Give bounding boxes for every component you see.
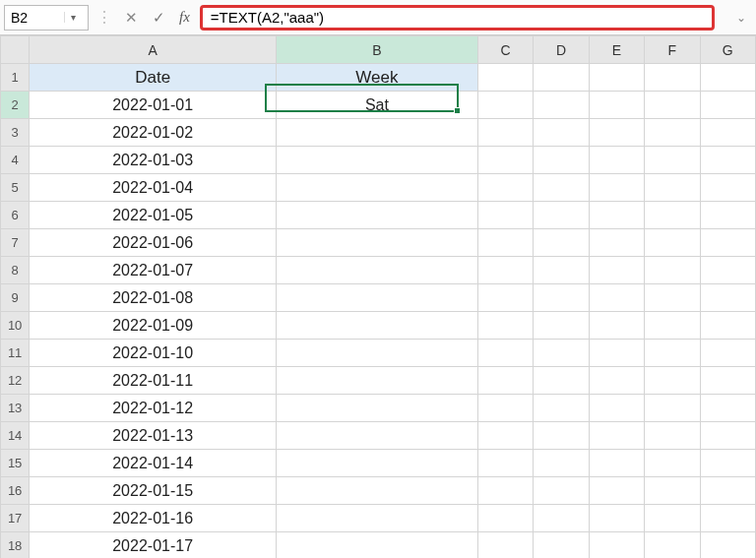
cell[interactable] — [589, 477, 644, 505]
row-header[interactable]: 5 — [1, 174, 30, 202]
cell[interactable] — [700, 257, 755, 284]
cell[interactable] — [645, 202, 700, 229]
cell[interactable] — [645, 284, 700, 312]
cell[interactable] — [645, 422, 700, 450]
cell[interactable] — [534, 340, 589, 367]
row-header[interactable]: 8 — [1, 257, 30, 284]
cell[interactable] — [534, 119, 589, 147]
cell[interactable] — [477, 367, 533, 395]
cell[interactable] — [589, 202, 644, 229]
cell[interactable] — [700, 147, 755, 174]
confirm-icon[interactable]: ✓ — [148, 9, 169, 27]
row-header[interactable]: 1 — [1, 64, 30, 92]
row-header[interactable]: 10 — [1, 312, 30, 340]
cell[interactable] — [277, 174, 478, 202]
cell[interactable] — [534, 312, 589, 340]
row-header[interactable]: 2 — [1, 92, 30, 119]
cell-A6[interactable]: 2022-01-05 — [30, 202, 277, 229]
cell[interactable] — [589, 367, 644, 395]
cell[interactable] — [277, 119, 478, 147]
row-header[interactable]: 11 — [1, 340, 30, 367]
cell[interactable] — [700, 532, 755, 559]
row-header[interactable]: 6 — [1, 202, 30, 229]
cell[interactable] — [477, 119, 533, 147]
name-box[interactable] — [5, 8, 64, 28]
col-header-B[interactable]: B — [277, 36, 478, 64]
select-all-corner[interactable] — [1, 36, 30, 64]
cell[interactable] — [700, 505, 755, 532]
cell[interactable] — [645, 229, 700, 257]
cell[interactable] — [589, 532, 644, 559]
row-header[interactable]: 4 — [1, 147, 30, 174]
cell[interactable] — [645, 505, 700, 532]
cell-A7[interactable]: 2022-01-06 — [30, 229, 277, 257]
cell[interactable] — [534, 367, 589, 395]
cell[interactable] — [534, 532, 589, 559]
row-header[interactable]: 3 — [1, 119, 30, 147]
cell[interactable] — [700, 340, 755, 367]
cell-A12[interactable]: 2022-01-11 — [30, 367, 277, 395]
cell[interactable] — [645, 174, 700, 202]
cell-A15[interactable]: 2022-01-14 — [30, 450, 277, 477]
cell[interactable] — [277, 229, 478, 257]
cell[interactable] — [700, 312, 755, 340]
row-header[interactable]: 7 — [1, 229, 30, 257]
cell-A10[interactable]: 2022-01-09 — [30, 312, 277, 340]
cell-A1[interactable]: Date — [30, 64, 277, 92]
cell[interactable] — [477, 284, 533, 312]
formula-input[interactable] — [209, 8, 706, 27]
row-header[interactable]: 15 — [1, 450, 30, 477]
cell[interactable] — [700, 395, 755, 422]
cell[interactable] — [277, 422, 478, 450]
cell[interactable] — [589, 229, 644, 257]
cell[interactable] — [589, 92, 644, 119]
cell-B2-active[interactable]: Sat — [277, 92, 478, 119]
cell[interactable] — [277, 284, 478, 312]
cell[interactable] — [645, 257, 700, 284]
cell[interactable] — [277, 312, 478, 340]
cell-A4[interactable]: 2022-01-03 — [30, 147, 277, 174]
cell[interactable] — [589, 257, 644, 284]
cell[interactable] — [589, 174, 644, 202]
cell[interactable] — [477, 229, 533, 257]
cell-A3[interactable]: 2022-01-02 — [30, 119, 277, 147]
cell[interactable] — [277, 367, 478, 395]
cell[interactable] — [477, 147, 533, 174]
cell[interactable] — [534, 284, 589, 312]
cell[interactable] — [700, 477, 755, 505]
cell[interactable] — [589, 422, 644, 450]
cell[interactable] — [645, 367, 700, 395]
cell[interactable] — [645, 532, 700, 559]
cell[interactable] — [477, 450, 533, 477]
cell[interactable] — [277, 257, 478, 284]
cell-A8[interactable]: 2022-01-07 — [30, 257, 277, 284]
cell[interactable] — [477, 312, 533, 340]
cell-B1[interactable]: Week — [277, 64, 478, 92]
cell[interactable] — [534, 202, 589, 229]
cell[interactable] — [277, 450, 478, 477]
row-header[interactable]: 12 — [1, 367, 30, 395]
row-header[interactable]: 16 — [1, 477, 30, 505]
cell[interactable] — [645, 312, 700, 340]
cell[interactable] — [700, 119, 755, 147]
cell[interactable] — [277, 147, 478, 174]
cell[interactable] — [645, 340, 700, 367]
cell[interactable] — [700, 174, 755, 202]
cell[interactable] — [589, 395, 644, 422]
cell[interactable] — [700, 284, 755, 312]
cell[interactable] — [534, 229, 589, 257]
col-header-E[interactable]: E — [589, 36, 644, 64]
cell[interactable] — [477, 477, 533, 505]
cell[interactable] — [534, 64, 589, 92]
cell-A18[interactable]: 2022-01-17 — [30, 532, 277, 559]
cell[interactable] — [477, 174, 533, 202]
cell[interactable] — [645, 477, 700, 505]
cell[interactable] — [277, 505, 478, 532]
cell[interactable] — [700, 64, 755, 92]
cell[interactable] — [534, 450, 589, 477]
cell[interactable] — [589, 64, 644, 92]
cell[interactable] — [589, 147, 644, 174]
cell[interactable] — [477, 505, 533, 532]
cell[interactable] — [589, 119, 644, 147]
cell[interactable] — [589, 505, 644, 532]
